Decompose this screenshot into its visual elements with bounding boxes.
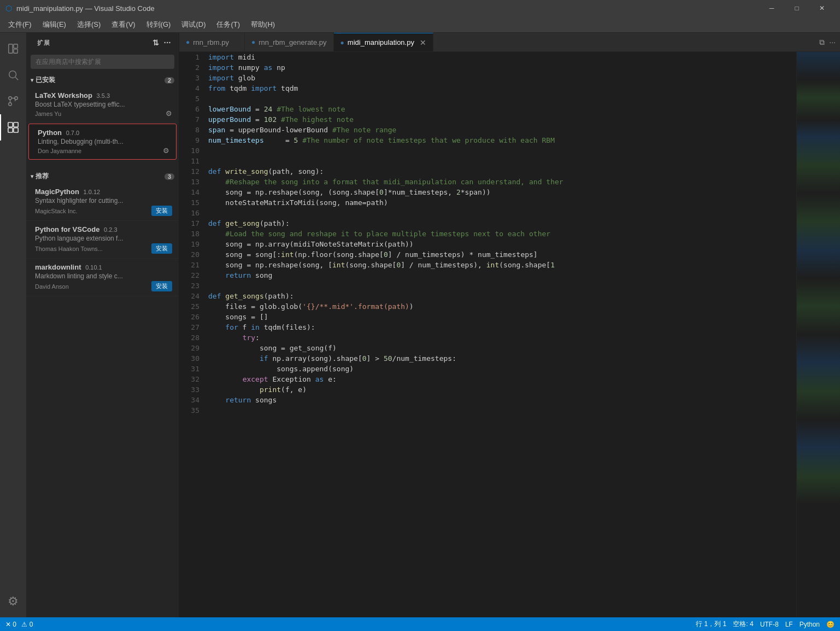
warning-icon: ⚠ bbox=[21, 621, 27, 628]
code-line: for f in tqdm(files): bbox=[208, 322, 796, 332]
ext-magic-author: MagicStack Inc. bbox=[35, 208, 78, 214]
activity-git[interactable] bbox=[0, 88, 26, 114]
line-number: 14 bbox=[184, 187, 199, 197]
activity-extensions[interactable] bbox=[0, 114, 26, 141]
tab-midi-manipulation[interactable]: ● midi_manipulation.py ✕ bbox=[334, 33, 433, 51]
status-encoding[interactable]: UTF-8 bbox=[760, 621, 779, 628]
line-number: 3 bbox=[184, 73, 199, 83]
ext-python-gear[interactable]: ⚙ bbox=[163, 147, 169, 155]
extension-item-python-vscode[interactable]: Python for VSCode 0.2.3 Python language … bbox=[26, 221, 179, 259]
line-number: 32 bbox=[184, 374, 199, 384]
window-title: midi_manipulation.py — Visual Studio Cod… bbox=[16, 4, 759, 13]
code-content[interactable]: import midi import numpy as np import gl… bbox=[204, 52, 796, 617]
tab-rnn-rbm[interactable]: ● rnn_rbm.py bbox=[179, 33, 245, 51]
sort-extensions-button[interactable]: ⇅ bbox=[151, 37, 161, 48]
activity-settings[interactable]: ⚙ bbox=[0, 588, 26, 615]
status-line-ending[interactable]: LF bbox=[785, 621, 793, 628]
status-spaces[interactable]: 空格: 4 bbox=[733, 620, 753, 629]
extension-item-markdownlint[interactable]: markdownlint 0.10.1 Markdown linting and… bbox=[26, 259, 179, 296]
line-number: 30 bbox=[184, 353, 199, 364]
code-line: span = upperBound-lowerBound #The note r… bbox=[208, 125, 796, 135]
code-line: except Exception as e: bbox=[208, 374, 796, 384]
status-feedback[interactable]: 😊 bbox=[826, 621, 835, 628]
status-line[interactable]: 行 1，列 1 bbox=[696, 620, 726, 629]
code-line: song = np.array(midiToNoteStateMatrix(pa… bbox=[208, 239, 796, 249]
ext-pyvscode-install-button[interactable]: 安装 bbox=[151, 243, 172, 254]
code-line: import numpy as np bbox=[208, 62, 796, 73]
code-line: songs = [] bbox=[208, 312, 796, 322]
menu-file[interactable]: 文件(F) bbox=[3, 17, 37, 32]
menu-view[interactable]: 查看(V) bbox=[106, 17, 140, 32]
menu-goto[interactable]: 转到(G) bbox=[141, 17, 177, 32]
menu-debug[interactable]: 调试(D) bbox=[176, 17, 211, 32]
ext-pyvscode-name: Python for VSCode 0.2.3 bbox=[35, 225, 172, 233]
title-bar: ⬡ midi_manipulation.py — Visual Studio C… bbox=[0, 0, 840, 16]
line-number: 2 bbox=[184, 62, 199, 73]
line-number: 6 bbox=[184, 104, 199, 114]
ext-md-install-button[interactable]: 安装 bbox=[151, 281, 172, 291]
ext-md-footer: David Anson 安装 bbox=[35, 281, 172, 291]
menu-edit[interactable]: 编辑(E) bbox=[37, 17, 72, 32]
extension-item-latex[interactable]: LaTeX Workshop 3.5.3 Boost LaTeX typeset… bbox=[26, 87, 179, 122]
menu-help[interactable]: 帮助(H) bbox=[245, 17, 280, 32]
extensions-search-input[interactable] bbox=[31, 55, 174, 69]
sidebar-title: 扩展 bbox=[37, 39, 50, 47]
menu-task[interactable]: 任务(T) bbox=[211, 17, 245, 32]
code-line: if np.array(song).shape[0] > 50/num_time… bbox=[208, 353, 796, 364]
main-layout: ⚙ 扩展 ⇅ ··· ▾ 已安装 2 LaTeX Workshop 3.5.3 … bbox=[0, 33, 840, 617]
line-number: 1 bbox=[184, 52, 199, 62]
line-number: 22 bbox=[184, 270, 199, 281]
code-line: print(f, e) bbox=[208, 384, 796, 395]
menu-select[interactable]: 选择(S) bbox=[72, 17, 106, 32]
line-number: 33 bbox=[184, 384, 199, 395]
tab-rnn-rbm-label: rnn_rbm.py bbox=[193, 38, 229, 46]
more-extensions-button[interactable]: ··· bbox=[163, 37, 172, 48]
svg-rect-9 bbox=[14, 122, 18, 127]
editor-area: ● rnn_rbm.py ● rnn_rbm_generate.py ● mid… bbox=[179, 33, 840, 617]
code-editor[interactable]: 1234567891011121314151617181920212223242… bbox=[179, 52, 840, 617]
line-number: 13 bbox=[184, 177, 199, 187]
tab-rnn-generate-icon: ● bbox=[251, 38, 255, 46]
activity-explorer[interactable] bbox=[0, 36, 26, 62]
restore-button[interactable]: □ bbox=[784, 0, 809, 16]
app-icon: ⬡ bbox=[5, 4, 12, 13]
tab-rnn-generate-label: rnn_rbm_generate.py bbox=[259, 38, 326, 46]
code-line: import midi bbox=[208, 52, 796, 62]
activity-bar: ⚙ bbox=[0, 33, 26, 617]
tab-rnn-rbm-generate[interactable]: ● rnn_rbm_generate.py bbox=[245, 33, 334, 51]
code-line bbox=[208, 145, 796, 156]
svg-point-5 bbox=[9, 97, 12, 100]
line-number: 8 bbox=[184, 125, 199, 135]
status-language[interactable]: Python bbox=[800, 621, 820, 628]
installed-section-header[interactable]: ▾ 已安装 2 bbox=[26, 73, 179, 87]
menu-bar: 文件(F) 编辑(E) 选择(S) 查看(V) 转到(G) 调试(D) 任务(T… bbox=[0, 16, 840, 33]
ext-md-name: markdownlint 0.10.1 bbox=[35, 263, 172, 271]
code-line: def get_songs(path): bbox=[208, 291, 796, 301]
ext-md-author: David Anson bbox=[35, 283, 69, 290]
code-line bbox=[208, 156, 796, 166]
minimize-button[interactable]: ─ bbox=[759, 0, 784, 16]
recommended-section-header[interactable]: ▾ 推荐 3 bbox=[26, 170, 179, 183]
line-number: 19 bbox=[184, 239, 199, 249]
line-number: 16 bbox=[184, 208, 199, 218]
ext-magic-install-button[interactable]: 安装 bbox=[151, 206, 172, 216]
more-tab-actions-button[interactable]: ··· bbox=[829, 38, 836, 46]
line-number: 15 bbox=[184, 197, 199, 208]
line-number: 25 bbox=[184, 301, 199, 312]
minimap[interactable] bbox=[796, 52, 840, 617]
extension-item-magicpython[interactable]: MagicPython 1.0.12 Syntax highlighter fo… bbox=[26, 183, 179, 221]
extension-item-python[interactable]: Python 0.7.0 Linting, Debugging (multi-t… bbox=[28, 124, 177, 160]
recommended-chevron: ▾ bbox=[31, 173, 33, 179]
close-button[interactable]: ✕ bbox=[809, 0, 835, 16]
line-number: 7 bbox=[184, 114, 199, 125]
ext-latex-gear[interactable]: ⚙ bbox=[166, 109, 172, 118]
code-line: def write_song(path, song): bbox=[208, 166, 796, 177]
recommended-label: 推荐 bbox=[36, 172, 49, 181]
split-editor-button[interactable]: ⧉ bbox=[819, 38, 825, 47]
line-number: 20 bbox=[184, 249, 199, 260]
tab-midi-close[interactable]: ✕ bbox=[420, 38, 426, 47]
line-number: 10 bbox=[184, 145, 199, 156]
code-line: upperBound = 102 #The highest note bbox=[208, 114, 796, 125]
activity-search[interactable] bbox=[0, 62, 26, 88]
status-errors[interactable]: ✕ 0 ⚠ 0 bbox=[5, 621, 33, 628]
